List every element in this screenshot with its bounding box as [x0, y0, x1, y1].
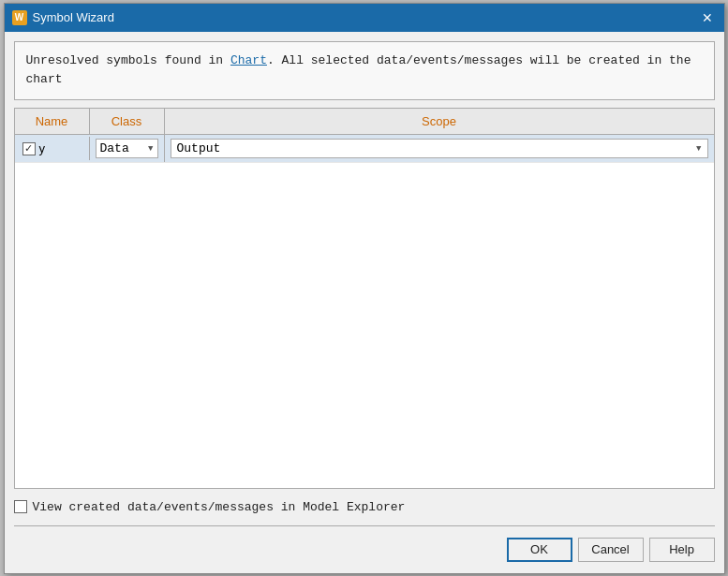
cancel-button[interactable]: Cancel	[578, 538, 644, 562]
close-button[interactable]: ✕	[698, 8, 717, 27]
window-icon: W	[12, 10, 27, 25]
title-bar-left: W Symbol Wizard	[12, 10, 114, 25]
message-box: Unresolved symbols found in Chart. All s…	[14, 41, 715, 101]
class-dropdown-arrow: ▼	[148, 144, 153, 154]
cell-scope[interactable]: Output ▼	[165, 135, 714, 162]
row-checkbox[interactable]	[22, 142, 36, 155]
view-checkbox-row: View created data/events/messages in Mod…	[14, 496, 715, 518]
title-bar: W Symbol Wizard ✕	[5, 4, 724, 32]
view-checkbox[interactable]	[14, 500, 27, 513]
col-header-scope: Scope	[165, 109, 714, 134]
view-label: View created data/events/messages in Mod…	[33, 500, 406, 514]
chart-link[interactable]: Chart	[230, 53, 267, 67]
table-area: Name Class Scope y Data ▼ Output	[14, 108, 715, 488]
divider	[14, 525, 715, 526]
col-header-name: Name	[15, 109, 90, 134]
cell-name: y	[15, 137, 90, 160]
help-button[interactable]: Help	[649, 538, 715, 562]
window-body: Unresolved symbols found in Chart. All s…	[5, 32, 724, 573]
button-row: OK Cancel Help	[14, 534, 715, 564]
scope-dropdown-arrow: ▼	[696, 144, 701, 154]
table-header: Name Class Scope	[15, 109, 714, 135]
message-prefix: Unresolved symbols found in	[26, 53, 230, 67]
table-row: y Data ▼ Output ▼	[15, 135, 714, 163]
table-empty-area	[15, 163, 714, 487]
class-value: Data	[100, 141, 129, 155]
ok-button[interactable]: OK	[507, 538, 572, 562]
cell-class[interactable]: Data ▼	[90, 135, 165, 162]
row-name-value: y	[39, 141, 46, 155]
col-header-class: Class	[90, 109, 165, 134]
class-dropdown[interactable]: Data ▼	[96, 139, 158, 158]
symbol-wizard-window: W Symbol Wizard ✕ Unresolved symbols fou…	[4, 3, 725, 574]
window-title: Symbol Wizard	[33, 10, 114, 24]
scope-dropdown[interactable]: Output ▼	[171, 139, 708, 158]
scope-value: Output	[177, 141, 221, 155]
footer-area: View created data/events/messages in Mod…	[14, 496, 715, 564]
